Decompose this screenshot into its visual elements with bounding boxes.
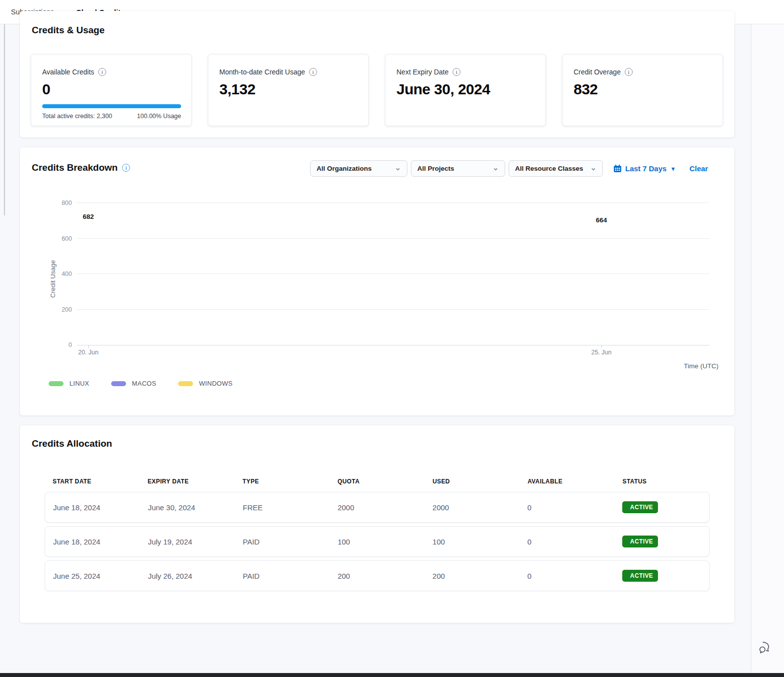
- credits-progress-bar: [42, 104, 181, 108]
- gridline: [77, 273, 710, 274]
- legend-swatch: [49, 381, 64, 386]
- cell-available: 0: [520, 538, 614, 546]
- next-expiry-card: Next Expiry Date i June 30, 2024: [385, 54, 546, 126]
- calendar-icon: [613, 164, 622, 173]
- credits-usage-title: Credits & Usage: [32, 25, 105, 36]
- cell-start-date: June 18, 2024: [45, 538, 140, 546]
- table-row[interactable]: June 25, 2024July 26, 2024PAID2002000ACT…: [45, 560, 710, 591]
- column-header: EXPIRY DATE: [139, 478, 234, 485]
- bottom-window-edge: [0, 673, 784, 677]
- legend-label: MACOS: [132, 380, 156, 387]
- projects-filter-value: All Projects: [417, 165, 454, 172]
- table-header-row: START DATEEXPIRY DATETYPEQUOTAUSEDAVAILA…: [45, 474, 710, 492]
- credits-allocation-table: START DATEEXPIRY DATETYPEQUOTAUSEDAVAILA…: [45, 474, 710, 595]
- column-header: TYPE: [235, 478, 329, 485]
- cell-expiry-date: July 19, 2024: [140, 538, 235, 546]
- cell-status: ACTIVE: [614, 570, 709, 582]
- x-axis-tickmark: [88, 345, 89, 348]
- cell-available: 0: [520, 572, 614, 580]
- info-icon[interactable]: i: [625, 68, 633, 76]
- cell-type: PAID: [235, 538, 329, 546]
- credit-usage-chart: 020040060080068220. Jun66425. Jun: [77, 203, 710, 345]
- y-axis-tick: 200: [62, 306, 72, 313]
- column-header: USED: [425, 478, 520, 485]
- cell-start-date: June 18, 2024: [45, 503, 140, 512]
- status-badge: ACTIVE: [622, 570, 658, 582]
- chevron-down-icon: ⌄: [590, 165, 596, 170]
- cell-type: FREE: [235, 503, 329, 512]
- legend-item-linux[interactable]: LINUX: [49, 380, 89, 387]
- resource-classes-filter[interactable]: All Resource Classes ⌄: [509, 160, 603, 177]
- y-axis-tick: 400: [62, 271, 72, 277]
- info-icon[interactable]: i: [309, 68, 317, 76]
- stat-card-row: Available Credits i 0 Total active credi…: [31, 54, 723, 126]
- cell-quota: 100: [329, 538, 424, 546]
- mtd-usage-card: Month-to-date Credit Usage i 3,132: [208, 54, 369, 126]
- info-icon[interactable]: i: [98, 68, 106, 76]
- status-badge: ACTIVE: [622, 536, 658, 547]
- chevron-down-icon: ⌄: [394, 165, 401, 170]
- available-credits-card: Available Credits i 0 Total active credi…: [31, 54, 192, 126]
- cell-type: PAID: [235, 572, 329, 580]
- next-expiry-value: June 30, 2024: [396, 81, 535, 98]
- mtd-usage-value: 3,132: [219, 81, 358, 98]
- available-credits-value: 0: [42, 81, 181, 98]
- chart-legend: LINUXMACOSWINDOWS: [49, 380, 233, 387]
- info-icon[interactable]: i: [122, 164, 130, 172]
- credits-allocation-title: Credits Allocation: [32, 438, 112, 449]
- credits-progress-fill: [42, 104, 181, 108]
- mtd-usage-label: Month-to-date Credit Usage: [219, 68, 305, 76]
- date-range-value: Last 7 Days: [625, 164, 666, 173]
- date-range-picker[interactable]: Last 7 Days ▾: [613, 164, 674, 173]
- column-header: QUOTA: [329, 478, 424, 485]
- chat-widget-button[interactable]: [757, 640, 772, 655]
- legend-item-macos[interactable]: MACOS: [111, 380, 156, 387]
- y-axis-title: Credit Usage: [49, 260, 57, 298]
- bar-value-label: 664: [596, 216, 607, 224]
- x-axis-title: Time (UTC): [684, 362, 719, 370]
- available-credits-label: Available Credits: [42, 68, 94, 76]
- table-row[interactable]: June 18, 2024July 19, 2024PAID1001000ACT…: [45, 526, 710, 557]
- credits-allocation-section: Credits Allocation START DATEEXPIRY DATE…: [20, 425, 734, 623]
- legend-label: WINDOWS: [199, 380, 233, 387]
- credits-usage-section: Credits & Usage Available Credits i 0 To…: [20, 11, 734, 137]
- bar-value-label: 682: [83, 213, 94, 220]
- credit-overage-label: Credit Overage: [574, 68, 621, 76]
- chevron-down-icon: ⌄: [492, 165, 499, 170]
- cell-quota: 200: [329, 572, 424, 580]
- next-expiry-label: Next Expiry Date: [396, 68, 449, 76]
- organizations-filter-value: All Organizations: [317, 165, 372, 172]
- credits-breakdown-section: Credits Breakdown i All Organizations ⌄ …: [20, 147, 734, 415]
- info-icon[interactable]: i: [453, 68, 460, 76]
- gridline: [77, 309, 710, 310]
- cell-start-date: June 25, 2024: [45, 572, 140, 580]
- cell-quota: 2000: [329, 503, 424, 512]
- projects-filter[interactable]: All Projects ⌄: [411, 160, 505, 177]
- x-axis-tickmark: [601, 345, 602, 348]
- cell-used: 200: [425, 572, 520, 580]
- table-row[interactable]: June 18, 2024June 30, 2024FREE200020000A…: [45, 492, 710, 523]
- resource-classes-filter-value: All Resource Classes: [515, 165, 583, 172]
- legend-swatch: [111, 381, 126, 386]
- credit-overage-card: Credit Overage i 832: [562, 54, 723, 126]
- column-header: STATUS: [615, 478, 710, 485]
- y-axis-tick: 800: [62, 200, 72, 206]
- legend-item-windows[interactable]: WINDOWS: [178, 380, 233, 387]
- chart-filters: All Organizations ⌄ All Projects ⌄ All R…: [310, 160, 708, 177]
- cell-expiry-date: June 30, 2024: [140, 503, 235, 512]
- status-badge: ACTIVE: [622, 501, 658, 513]
- cell-available: 0: [520, 503, 614, 512]
- gridline: [77, 238, 710, 239]
- cell-expiry-date: July 26, 2024: [140, 572, 235, 580]
- total-active-credits: Total active credits: 2,300: [42, 113, 112, 120]
- cell-status: ACTIVE: [614, 501, 709, 513]
- column-header: AVAILABLE: [520, 478, 614, 485]
- right-gutter: [751, 24, 784, 673]
- usage-percentage: 100.00% Usage: [137, 113, 181, 120]
- y-axis-tick: 0: [68, 341, 72, 348]
- cell-used: 100: [425, 538, 520, 546]
- organizations-filter[interactable]: All Organizations ⌄: [310, 160, 407, 177]
- clear-filters-button[interactable]: Clear: [689, 164, 708, 173]
- caret-down-icon: ▾: [671, 165, 674, 172]
- cell-used: 2000: [425, 503, 520, 512]
